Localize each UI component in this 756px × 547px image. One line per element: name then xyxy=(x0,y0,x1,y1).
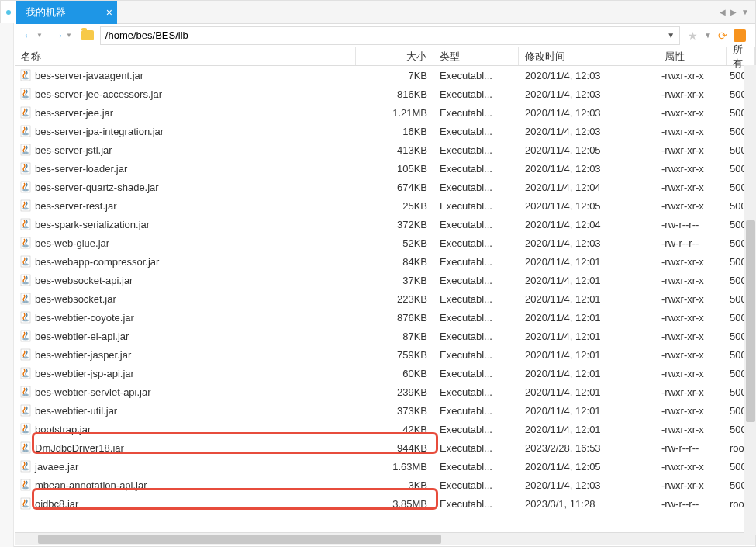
back-button[interactable]: ←▼ xyxy=(19,29,46,43)
file-size: 42KB xyxy=(356,424,433,435)
file-row[interactable]: ojdbc8.jar 3.85MB Executabl... 2023/3/1,… xyxy=(15,494,755,513)
file-row[interactable]: bes-webtier-servlet-api.jar 239KB Execut… xyxy=(15,383,755,401)
file-row[interactable]: bes-webtier-jasper.jar 759KB Executabl..… xyxy=(15,345,755,364)
file-size: 16KB xyxy=(356,126,433,137)
file-size: 52KB xyxy=(356,237,433,249)
file-name: bes-server-jpa-integration.jar xyxy=(35,126,164,137)
file-attr: -rwxr-xr-x xyxy=(658,368,727,379)
file-attr: -rwxr-xr-x xyxy=(658,275,727,286)
file-attr: -rwxr-xr-x xyxy=(658,349,727,361)
file-list[interactable]: bes-server-javaagent.jar 7KB Executabl..… xyxy=(15,66,755,532)
file-date: 2020/11/4, 12:05 xyxy=(519,144,658,156)
file-size: 105KB xyxy=(356,163,433,175)
file-row[interactable]: bes-server-loader.jar 105KB Executabl...… xyxy=(15,159,755,178)
file-row[interactable]: bes-webtier-el-api.jar 87KB Executabl...… xyxy=(15,327,755,345)
file-type: Executabl... xyxy=(433,479,519,491)
header-date[interactable]: 修改时间 xyxy=(519,47,658,65)
file-name: bes-server-javaagent.jar xyxy=(35,70,143,81)
file-date: 2020/11/4, 12:05 xyxy=(519,200,658,212)
file-row[interactable]: bes-server-jpa-integration.jar 16KB Exec… xyxy=(15,122,755,140)
file-attr: -rw-r--r-- xyxy=(658,442,727,454)
file-row[interactable]: mbean-annotation-api.jar 3KB Executabl..… xyxy=(15,476,755,494)
file-row[interactable]: bes-server-rest.jar 25KB Executabl... 20… xyxy=(15,196,755,215)
file-attr: -rwxr-xr-x xyxy=(658,88,727,100)
agent-icon[interactable] xyxy=(734,29,746,42)
file-size: 3.85MB xyxy=(356,498,433,510)
nav-bar: ←▼ →▼ /home/bes/BES/lib ▼ ★ ▼ ⟳ xyxy=(15,24,755,47)
header-attr[interactable]: 属性 xyxy=(658,47,727,65)
file-type: Executabl... xyxy=(433,144,519,156)
file-type: Executabl... xyxy=(433,163,519,175)
star-icon[interactable]: ★ xyxy=(688,29,698,42)
file-date: 2020/11/4, 12:03 xyxy=(519,70,658,81)
file-type: Executabl... xyxy=(433,70,519,81)
file-attr: -rw-r--r-- xyxy=(658,498,727,510)
caret-down-icon[interactable]: ▼ xyxy=(741,8,749,16)
header-size[interactable]: 大小 xyxy=(356,47,433,65)
tab-title: 我的机器 xyxy=(26,5,66,19)
caret-right-icon[interactable]: ▶ xyxy=(730,8,737,16)
file-attr: -rwxr-xr-x xyxy=(658,163,727,175)
file-size: 413KB xyxy=(356,144,433,156)
header-name[interactable]: 名称 xyxy=(15,47,356,65)
file-row[interactable]: bes-websocket-api.jar 37KB Executabl... … xyxy=(15,271,755,289)
file-type: Executabl... xyxy=(433,349,519,361)
file-size: 816KB xyxy=(356,88,433,100)
file-type: Executabl... xyxy=(433,461,519,473)
chevron-down-icon[interactable]: ▼ xyxy=(667,31,675,40)
file-name: bes-server-quartz-shade.jar xyxy=(35,182,159,193)
file-row[interactable]: bes-server-quartz-shade.jar 674KB Execut… xyxy=(15,178,755,196)
jar-file-icon xyxy=(19,199,32,212)
vscroll-thumb[interactable] xyxy=(746,220,755,422)
file-name: DmJdbcDriver18.jar xyxy=(35,442,124,454)
file-attr: -rwxr-xr-x xyxy=(658,126,727,137)
path-input[interactable]: /home/bes/BES/lib ▼ xyxy=(100,26,680,45)
file-attr: -rwxr-xr-x xyxy=(658,312,727,324)
file-row[interactable]: bootstrap.jar 42KB Executabl... 2020/11/… xyxy=(15,420,755,438)
file-row[interactable]: bes-server-javaagent.jar 7KB Executabl..… xyxy=(15,66,755,85)
file-row[interactable]: bes-spark-serialization.jar 372KB Execut… xyxy=(15,215,755,234)
jar-file-icon xyxy=(19,497,32,510)
file-name: bes-server-jee.jar xyxy=(35,107,113,119)
file-row[interactable]: bes-webtier-jsp-api.jar 60KB Executabl..… xyxy=(15,364,755,383)
vertical-scrollbar[interactable] xyxy=(744,65,756,535)
jar-file-icon xyxy=(19,293,32,305)
file-type: Executabl... xyxy=(433,219,519,230)
header-type[interactable]: 类型 xyxy=(433,47,519,65)
header-owner[interactable]: 所有 xyxy=(727,47,755,65)
jar-file-icon xyxy=(19,237,32,249)
file-row[interactable]: bes-webtier-util.jar 373KB Executabl... … xyxy=(15,401,755,420)
file-row[interactable]: bes-websocket.jar 223KB Executabl... 202… xyxy=(15,289,755,308)
file-size: 674KB xyxy=(356,182,433,193)
file-date: 2023/2/28, 16:53 xyxy=(519,442,658,454)
file-attr: -rwxr-xr-x xyxy=(658,200,727,212)
file-row[interactable]: DmJdbcDriver18.jar 944KB Executabl... 20… xyxy=(15,438,755,457)
file-name: bes-websocket.jar xyxy=(35,293,116,305)
close-icon[interactable]: × xyxy=(106,6,112,19)
file-size: 373KB xyxy=(356,405,433,417)
file-name: javaee.jar xyxy=(35,461,78,473)
file-name: mbean-annotation-api.jar xyxy=(35,479,147,491)
refresh-icon[interactable]: ⟳ xyxy=(718,29,727,42)
file-row[interactable]: bes-server-jee.jar 1.21MB Executabl... 2… xyxy=(15,103,755,122)
file-name: bes-webapp-compressor.jar xyxy=(35,256,159,268)
tab-my-machine[interactable]: 我的机器 × xyxy=(16,1,117,24)
hscroll-thumb[interactable] xyxy=(38,535,441,544)
caret-left-icon[interactable]: ◀ xyxy=(720,8,726,16)
file-row[interactable]: javaee.jar 1.63MB Executabl... 2020/11/4… xyxy=(15,457,755,476)
column-headers: 名称 大小 类型 修改时间 属性 所有 xyxy=(15,47,755,66)
file-attr: -rwxr-xr-x xyxy=(658,293,727,305)
file-name: bes-server-loader.jar xyxy=(35,163,127,175)
file-row[interactable]: bes-server-jstl.jar 413KB Executabl... 2… xyxy=(15,140,755,159)
file-row[interactable]: bes-webapp-compressor.jar 84KB Executabl… xyxy=(15,252,755,271)
file-date: 2020/11/4, 12:04 xyxy=(519,219,658,230)
file-row[interactable]: bes-web-glue.jar 52KB Executabl... 2020/… xyxy=(15,234,755,252)
file-size: 1.21MB xyxy=(356,107,433,119)
forward-button[interactable]: →▼ xyxy=(49,29,75,43)
file-attr: -rwxr-xr-x xyxy=(658,107,727,119)
file-row[interactable]: bes-server-jee-accessors.jar 816KB Execu… xyxy=(15,85,755,103)
file-row[interactable]: bes-webtier-coyote.jar 876KB Executabl..… xyxy=(15,308,755,327)
star-caret[interactable]: ▼ xyxy=(704,31,712,40)
file-type: Executabl... xyxy=(433,88,519,100)
horizontal-scrollbar[interactable] xyxy=(15,532,755,545)
